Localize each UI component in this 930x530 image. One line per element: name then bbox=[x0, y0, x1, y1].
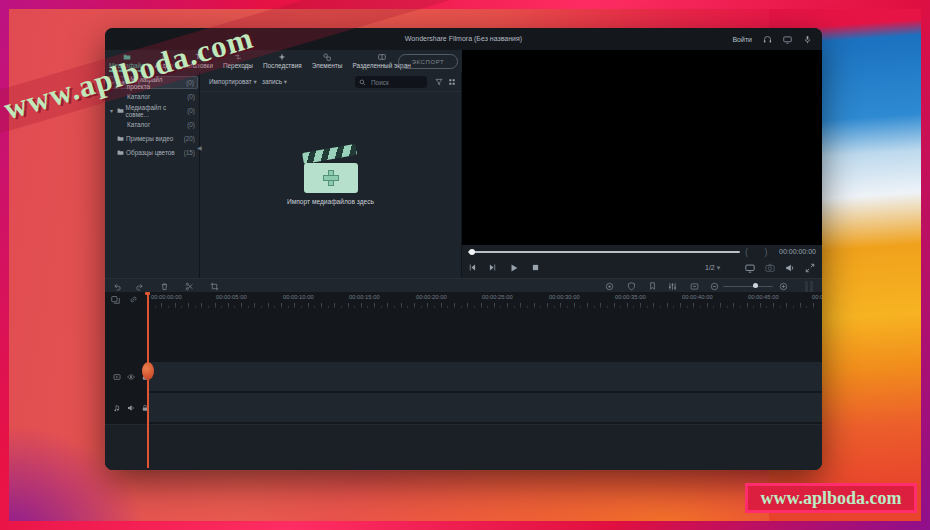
tab-elements[interactable]: Элементы bbox=[312, 51, 343, 72]
tree-item-shared-media[interactable]: ▾ Медиафайл с совме... (0) bbox=[107, 104, 198, 117]
camera-snapshot-icon[interactable] bbox=[765, 263, 775, 273]
prev-frame-icon[interactable] bbox=[468, 263, 477, 272]
tree-count: (0) bbox=[186, 79, 194, 86]
record-icon[interactable] bbox=[605, 282, 614, 291]
timeline-ruler[interactable]: 00:00:00:00 00:00:05:00 00:00:10:00 00:0… bbox=[105, 292, 822, 310]
speaker-icon[interactable] bbox=[127, 404, 135, 412]
filter-funnel-icon[interactable] bbox=[435, 78, 443, 86]
playback-speed[interactable]: 1/2 ▾ bbox=[705, 264, 720, 272]
stop-icon[interactable] bbox=[531, 263, 540, 272]
media-toolbar: Импортироват ▾ запись ▾ bbox=[200, 72, 461, 92]
export-button[interactable]: ЭКСПОРТ bbox=[398, 54, 458, 69]
seek-bar[interactable] bbox=[468, 251, 740, 253]
tree-item-color-samples[interactable]: Образцы цветов (15) bbox=[107, 146, 198, 159]
ruler-tick-label: 00:00:20:00 bbox=[416, 294, 447, 300]
mixer-icon[interactable] bbox=[668, 282, 677, 291]
ruler-tick-label: 00:00 bbox=[812, 294, 822, 300]
tree-count: (0) bbox=[187, 93, 195, 100]
headset-icon[interactable] bbox=[763, 35, 772, 44]
caret-down-icon[interactable]: ▾ bbox=[110, 107, 115, 114]
ruler-tick-label: 00:00:40:00 bbox=[682, 294, 713, 300]
timeline-zoom-slider[interactable] bbox=[723, 286, 773, 288]
next-frame-icon[interactable] bbox=[488, 263, 497, 272]
split-scissors-icon[interactable] bbox=[185, 282, 194, 291]
timeline-tracks[interactable] bbox=[105, 310, 822, 470]
audio-track-header bbox=[105, 393, 148, 422]
mark-in-out-icons[interactable]: ( ) bbox=[745, 247, 775, 257]
note-icon[interactable] bbox=[113, 404, 121, 412]
video-track-lane[interactable] bbox=[148, 362, 822, 391]
ruler-tick-label: 00:00:25:00 bbox=[482, 294, 513, 300]
folder-icon bbox=[117, 107, 124, 114]
tree-label: Примеры видео bbox=[126, 135, 173, 142]
login-button[interactable]: Войти bbox=[732, 36, 752, 43]
playhead-line[interactable] bbox=[147, 292, 149, 468]
mic-icon[interactable] bbox=[803, 35, 812, 44]
track-height-control[interactable] bbox=[805, 281, 813, 292]
playback-controls: 1/2 ▾ bbox=[462, 258, 822, 278]
grid-view-icon[interactable] bbox=[448, 78, 456, 86]
tree-label: Каталог bbox=[127, 121, 150, 128]
clapper-top bbox=[302, 144, 357, 164]
tree-count: (20) bbox=[184, 135, 195, 142]
marker-icon[interactable] bbox=[648, 282, 657, 291]
panel-collapse-arrow[interactable]: ◀ bbox=[197, 144, 202, 151]
fit-timeline-icon[interactable] bbox=[690, 282, 699, 291]
tree-count: (15) bbox=[184, 149, 195, 156]
tree-item-sample-videos[interactable]: Примеры видео (20) bbox=[107, 132, 198, 145]
display-icon[interactable] bbox=[745, 263, 755, 273]
import-dropdown[interactable]: Импортироват ▾ bbox=[209, 78, 257, 86]
record-dropdown[interactable]: запись ▾ bbox=[262, 78, 287, 86]
eye-icon[interactable] bbox=[127, 373, 135, 381]
ruler-tick-label: 00:00:15:00 bbox=[349, 294, 380, 300]
tree-label: Образцы цветов bbox=[126, 149, 175, 156]
video-preview[interactable] bbox=[462, 50, 822, 245]
audio-track-lane[interactable] bbox=[148, 393, 822, 422]
search-input[interactable] bbox=[369, 78, 423, 87]
timeline-zoom-handle[interactable] bbox=[753, 283, 758, 288]
redo-icon[interactable] bbox=[135, 282, 144, 291]
tree-count: (0) bbox=[187, 107, 195, 114]
watermark-badge: www.aplboda.com bbox=[745, 483, 917, 513]
folder-icon bbox=[117, 135, 124, 142]
trash-icon[interactable] bbox=[160, 282, 169, 291]
tree-item-catalog-2[interactable]: Каталог (0) bbox=[107, 118, 198, 131]
media-tree-panel: ▾ Медиафайл проекта (0) Каталог (0) ▾ Ме… bbox=[105, 72, 200, 278]
fx-star-icon bbox=[278, 53, 286, 61]
playhead-marker-blob bbox=[142, 362, 154, 380]
preview-control-area: ( ) 00:00:00:00 1/2 ▾ bbox=[462, 245, 822, 278]
shield-icon[interactable] bbox=[627, 282, 636, 291]
tab-label: Последствия bbox=[263, 62, 302, 69]
import-clapperboard-icon[interactable] bbox=[304, 150, 358, 194]
zoom-out-icon[interactable] bbox=[710, 282, 719, 291]
video-track-icon[interactable] bbox=[113, 373, 121, 381]
titlebar-right-group: Войти bbox=[732, 28, 812, 50]
tree-label: Медиафайл с совме... bbox=[126, 104, 186, 118]
seek-handle[interactable] bbox=[469, 249, 475, 255]
screen-record-icon[interactable] bbox=[783, 35, 792, 44]
ruler-tick-label: 00:00:45:00 bbox=[748, 294, 779, 300]
timeline-toolbar bbox=[105, 278, 822, 292]
elements-icon bbox=[323, 53, 331, 61]
ruler-tick-label: 00:00:10:00 bbox=[283, 294, 314, 300]
ruler-minor-ticks bbox=[148, 306, 820, 309]
search-icon bbox=[359, 79, 366, 86]
volume-icon[interactable] bbox=[785, 263, 795, 273]
zoom-in-icon[interactable] bbox=[779, 282, 788, 291]
fullscreen-icon[interactable] bbox=[805, 263, 815, 273]
ruler-tick-label: 00:00:30:00 bbox=[549, 294, 580, 300]
snap-link-icon[interactable] bbox=[129, 295, 138, 304]
undo-icon[interactable] bbox=[113, 282, 122, 291]
manage-tracks-icon[interactable] bbox=[111, 295, 120, 304]
preview-timecode: 00:00:00:00 bbox=[779, 248, 816, 255]
play-icon[interactable] bbox=[509, 263, 519, 273]
timeline-empty-area[interactable] bbox=[105, 424, 822, 470]
folder-icon bbox=[117, 149, 124, 156]
split-screen-icon bbox=[378, 53, 386, 61]
tree-count: (0) bbox=[187, 121, 195, 128]
search-box[interactable] bbox=[355, 76, 427, 88]
filmora-window: Wondershare Filmora (Без названия) Войти… bbox=[105, 28, 822, 470]
crop-icon[interactable] bbox=[210, 282, 219, 291]
plus-icon bbox=[323, 170, 339, 186]
ruler-tick-label: 00:00:35:00 bbox=[615, 294, 646, 300]
